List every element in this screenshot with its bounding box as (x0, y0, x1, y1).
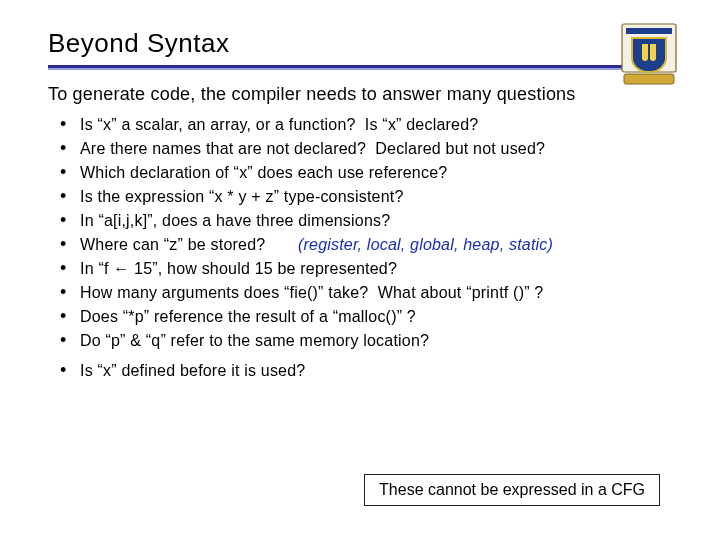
slide-title: Beyond Syntax (48, 28, 672, 59)
list-item: In “a[i,j,k]”, does a have three dimensi… (54, 209, 672, 233)
bullet-text: In “f ← 15”, how should 15 be represente… (80, 260, 397, 277)
list-item: Which declaration of “x” does each use r… (54, 161, 672, 185)
bullet-paren: (register, local, global, heap, static) (298, 236, 553, 253)
bullet-text: Is the expression “x * y + z” type-consi… (80, 188, 404, 205)
bullet-text: Is “x” a scalar, an array, or a function… (80, 116, 478, 133)
list-item: Is “x” defined before it is used? (54, 359, 672, 383)
list-item: Does “*p” reference the result of a “mal… (54, 305, 672, 329)
list-item: How many arguments does “fie()” take? Wh… (54, 281, 672, 305)
title-rule (48, 65, 672, 70)
list-item: In “f ← 15”, how should 15 be represente… (54, 257, 672, 281)
bullet-text: Does “*p” reference the result of a “mal… (80, 308, 416, 325)
bullet-text: Are there names that are not declared? D… (80, 140, 545, 157)
list-item: Do “p” & “q” refer to the same memory lo… (54, 329, 672, 353)
bullet-text: In “a[i,j,k]”, does a have three dimensi… (80, 212, 390, 229)
list-item: Is “x” a scalar, an array, or a function… (54, 113, 672, 137)
intro-text: To generate code, the compiler needs to … (48, 84, 672, 105)
svg-rect-2 (624, 74, 674, 84)
bullet-text: Where can “z” be stored? (80, 236, 265, 253)
university-logo (620, 22, 678, 86)
bullet-text: Which declaration of “x” does each use r… (80, 164, 447, 181)
bullet-text: Do “p” & “q” refer to the same memory lo… (80, 332, 429, 349)
bullet-text: Is “x” defined before it is used? (80, 362, 305, 379)
bullet-list: Is “x” a scalar, an array, or a function… (48, 113, 672, 383)
footnote-box: These cannot be expressed in a CFG (364, 474, 660, 506)
bullet-text: How many arguments does “fie()” take? Wh… (80, 284, 543, 301)
list-item: Where can “z” be stored? (register, loca… (54, 233, 672, 257)
list-item: Is the expression “x * y + z” type-consi… (54, 185, 672, 209)
svg-rect-1 (626, 28, 672, 34)
slide: Beyond Syntax To generate code, the comp… (0, 0, 720, 383)
list-item: Are there names that are not declared? D… (54, 137, 672, 161)
